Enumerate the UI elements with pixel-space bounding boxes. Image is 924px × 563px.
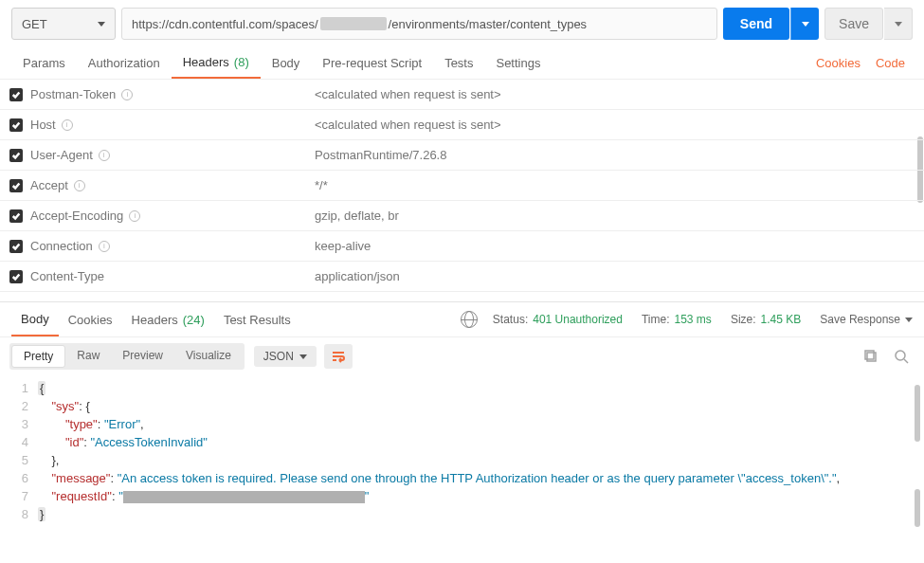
resp-tab-headers[interactable]: Headers(24)	[122, 302, 214, 336]
format-select[interactable]: JSON	[254, 346, 317, 367]
send-button[interactable]: Send	[723, 8, 789, 40]
scrollbar[interactable]	[915, 489, 920, 527]
info-icon[interactable]: i	[62, 119, 73, 131]
tab-settings[interactable]: Settings	[484, 47, 552, 79]
info-icon[interactable]: i	[99, 241, 110, 252]
tab-body[interactable]: Body	[261, 47, 312, 79]
header-row[interactable]: Accept-Encodingi gzip, deflate, br	[0, 201, 924, 231]
response-tabs: Body Cookies Headers(24) Test Results St…	[0, 301, 924, 337]
response-body-code[interactable]: 1{ 2 "sys": { 3 "type": "Error", 4 "id":…	[0, 375, 924, 536]
body-view-controls: Pretty Raw Preview Visualize JSON	[0, 337, 924, 375]
http-method-select[interactable]: GET	[11, 8, 116, 40]
resp-tab-cookies[interactable]: Cookies	[59, 302, 122, 336]
header-row[interactable]: Postman-Tokeni <calculated when request …	[0, 80, 924, 110]
header-checkbox[interactable]	[9, 88, 30, 101]
header-checkbox[interactable]	[9, 118, 30, 132]
status-code: Status:401 Unauthorized	[483, 313, 632, 326]
wrap-lines-button[interactable]	[324, 344, 353, 369]
chevron-down-icon	[905, 318, 913, 322]
header-row[interactable]: Hosti <calculated when request is sent>	[0, 110, 924, 140]
header-key: Accept-Encoding	[30, 209, 123, 223]
request-headers-table: Postman-Tokeni <calculated when request …	[0, 80, 924, 292]
header-row[interactable]: Accepti */*	[0, 171, 924, 201]
header-checkbox[interactable]	[9, 179, 30, 192]
request-bar: GET https://cdn.contentful.com/spaces//e…	[0, 0, 924, 47]
info-icon[interactable]: i	[129, 210, 140, 222]
view-pretty[interactable]: Pretty	[11, 345, 65, 368]
tab-authorization[interactable]: Authorization	[77, 47, 172, 79]
chevron-down-icon	[299, 354, 307, 359]
header-key: Connection	[30, 239, 93, 253]
url-text-suffix: /environments/master/content_types	[389, 17, 588, 31]
redacted-request-id	[123, 491, 365, 503]
header-value: <calculated when request is sent>	[315, 87, 501, 101]
info-icon[interactable]: i	[74, 180, 85, 191]
header-key: Content-Type	[30, 269, 104, 283]
tab-tests[interactable]: Tests	[433, 47, 484, 79]
scrollbar[interactable]	[915, 385, 920, 442]
resp-tab-body[interactable]: Body	[11, 302, 59, 336]
header-row[interactable]: Content-Type application/json	[0, 262, 924, 292]
chevron-down-icon	[98, 22, 105, 27]
header-checkbox[interactable]	[9, 149, 30, 162]
tab-params[interactable]: Params	[11, 47, 77, 79]
header-checkbox[interactable]	[9, 240, 30, 253]
view-mode-tabs: Pretty Raw Preview Visualize	[9, 343, 245, 370]
view-raw[interactable]: Raw	[65, 345, 111, 368]
tab-headers[interactable]: Headers(8)	[172, 47, 261, 79]
header-value: application/json	[315, 269, 400, 283]
svg-point-2	[896, 351, 905, 360]
chevron-down-icon	[802, 22, 809, 27]
save-response-link[interactable]: Save Response	[810, 313, 913, 326]
header-checkbox[interactable]	[9, 209, 30, 223]
copy-icon[interactable]	[863, 349, 879, 364]
url-input[interactable]: https://cdn.contentful.com/spaces//envir…	[121, 8, 717, 40]
info-icon[interactable]: i	[121, 89, 133, 100]
view-preview[interactable]: Preview	[111, 345, 174, 368]
send-dropdown-button[interactable]	[790, 8, 819, 40]
header-key: Accept	[30, 178, 68, 192]
header-value: <calculated when request is sent>	[315, 118, 501, 132]
cookies-link[interactable]: Cookies	[808, 56, 868, 70]
tab-prerequest[interactable]: Pre-request Script	[311, 47, 433, 79]
info-icon[interactable]: i	[99, 150, 110, 161]
network-icon[interactable]	[461, 311, 478, 328]
save-dropdown-button[interactable]	[884, 8, 913, 40]
response-time: Time:153 ms	[632, 313, 721, 326]
header-checkbox[interactable]	[9, 270, 30, 283]
response-size: Size:1.45 KB	[721, 313, 810, 326]
url-text-prefix: https://cdn.contentful.com/spaces/	[132, 17, 318, 31]
chevron-down-icon	[895, 22, 902, 27]
svg-line-3	[904, 359, 908, 363]
header-value: */*	[315, 178, 328, 192]
header-value: PostmanRuntime/7.26.8	[315, 148, 446, 162]
request-tabs: Params Authorization Headers(8) Body Pre…	[0, 47, 924, 80]
header-key: Postman-Token	[30, 87, 116, 101]
code-link[interactable]: Code	[868, 56, 913, 70]
search-icon[interactable]	[894, 349, 909, 364]
redacted-space-id	[320, 17, 387, 30]
header-value: keep-alive	[315, 239, 371, 253]
view-visualize[interactable]: Visualize	[174, 345, 243, 368]
header-row[interactable]: User-Agenti PostmanRuntime/7.26.8	[0, 140, 924, 171]
header-key: User-Agent	[30, 148, 93, 162]
http-method-label: GET	[22, 17, 47, 31]
resp-tab-tests[interactable]: Test Results	[214, 302, 300, 336]
header-key: Host	[30, 118, 56, 132]
save-button[interactable]: Save	[824, 8, 883, 40]
header-value: gzip, deflate, br	[315, 209, 399, 223]
header-row[interactable]: Connectioni keep-alive	[0, 231, 924, 262]
